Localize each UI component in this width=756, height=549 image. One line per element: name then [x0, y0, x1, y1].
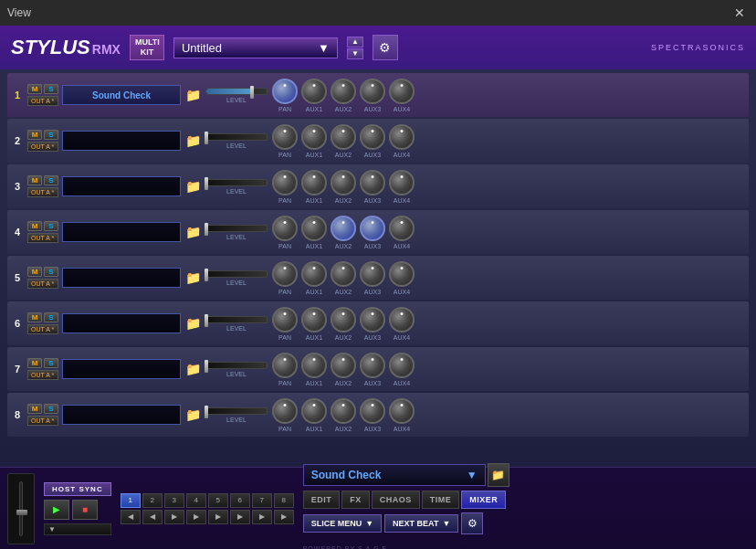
solo-button-8[interactable]: S: [44, 404, 58, 414]
level-slider-7[interactable]: [205, 362, 268, 369]
track-name-6[interactable]: [62, 313, 181, 333]
solo-button-4[interactable]: S: [44, 221, 58, 231]
level-slider-3[interactable]: [205, 179, 268, 186]
solo-button-5[interactable]: S: [44, 267, 58, 277]
master-fader[interactable]: [7, 473, 35, 544]
aux3-knob-2[interactable]: [360, 124, 385, 150]
solo-button-7[interactable]: S: [44, 358, 58, 368]
aux4-knob-3[interactable]: [389, 170, 415, 195]
level-slider-4[interactable]: [205, 225, 268, 232]
level-slider-2[interactable]: [205, 133, 268, 141]
track-name-7[interactable]: [62, 359, 181, 379]
bottom-gear-button[interactable]: ⚙: [461, 512, 483, 534]
mute-button-3[interactable]: M: [27, 175, 42, 185]
level-slider-1[interactable]: [205, 88, 268, 95]
output-label-1[interactable]: OUT A *: [27, 96, 58, 106]
seq-arrow-3[interactable]: ▶: [186, 510, 206, 524]
solo-button-2[interactable]: S: [44, 130, 58, 140]
folder-button-2[interactable]: 📁: [184, 133, 201, 148]
solo-button-6[interactable]: S: [44, 312, 58, 322]
mute-button-8[interactable]: M: [27, 404, 42, 414]
pan-knob-2[interactable]: [272, 124, 298, 150]
aux1-knob-3[interactable]: [301, 170, 327, 195]
seq-arrow-6[interactable]: ▶: [252, 510, 272, 524]
track-name-5[interactable]: [62, 268, 181, 288]
aux2-knob-7[interactable]: [331, 353, 356, 378]
track-name-3[interactable]: [62, 176, 181, 196]
folder-button-7[interactable]: 📁: [184, 362, 201, 376]
seq-arrow-7[interactable]: ▶: [274, 510, 294, 524]
aux4-knob-1[interactable]: [389, 79, 415, 104]
seq-arrow-2[interactable]: ▶: [164, 510, 184, 524]
folder-button-6[interactable]: 📁: [184, 316, 201, 331]
folder-button-1[interactable]: 📁: [184, 88, 201, 102]
level-slider-8[interactable]: [205, 407, 268, 415]
bottom-preset-dropdown[interactable]: Sound Check ▼: [303, 464, 486, 486]
next-beat-button[interactable]: NEXT BEAT ▼: [384, 514, 458, 533]
aux2-knob-1[interactable]: [331, 79, 356, 104]
tab-edit[interactable]: EDIT: [303, 491, 341, 509]
aux3-knob-3[interactable]: [360, 170, 385, 195]
track-name-8[interactable]: [62, 405, 181, 425]
aux4-knob-2[interactable]: [389, 124, 415, 150]
output-label-6[interactable]: OUT A *: [27, 324, 58, 334]
output-label-2[interactable]: OUT A *: [27, 142, 58, 152]
seq-button-1[interactable]: 1: [121, 493, 141, 508]
output-label-4[interactable]: OUT A *: [27, 233, 58, 243]
preset-dropdown[interactable]: Untitled ▼: [173, 37, 338, 58]
aux2-knob-8[interactable]: [331, 398, 356, 424]
close-button[interactable]: ✕: [730, 5, 749, 20]
seq-button-2[interactable]: 2: [142, 493, 163, 508]
tab-time[interactable]: TIME: [422, 491, 460, 509]
aux3-knob-4[interactable]: [360, 216, 385, 241]
pan-knob-8[interactable]: [272, 398, 298, 424]
pan-knob-5[interactable]: [272, 261, 298, 287]
track-name-2[interactable]: [62, 131, 181, 151]
aux4-knob-6[interactable]: [389, 307, 415, 333]
track-name-1[interactable]: Sound Check: [62, 85, 181, 105]
seq-arrow-4[interactable]: ▶: [208, 510, 228, 524]
output-label-7[interactable]: OUT A *: [27, 370, 58, 380]
settings-button[interactable]: ⚙: [373, 35, 398, 60]
folder-button-3[interactable]: 📁: [184, 179, 201, 194]
seq-button-3[interactable]: 3: [164, 493, 184, 508]
aux2-knob-6[interactable]: [331, 307, 356, 333]
tab-mixer[interactable]: MIXER: [461, 491, 506, 509]
aux1-knob-1[interactable]: [301, 79, 327, 104]
aux3-knob-5[interactable]: [360, 261, 385, 287]
mute-button-4[interactable]: M: [27, 221, 42, 231]
pan-knob-1[interactable]: [272, 79, 298, 104]
seq-button-5[interactable]: 5: [208, 493, 228, 508]
aux4-knob-8[interactable]: [389, 398, 415, 424]
folder-button-5[interactable]: 📁: [184, 270, 201, 285]
track-name-4[interactable]: [62, 222, 181, 242]
output-label-5[interactable]: OUT A *: [27, 279, 58, 289]
aux3-knob-1[interactable]: [360, 79, 385, 104]
slice-menu-button[interactable]: SLICE MENU ▼: [303, 514, 382, 533]
solo-button-1[interactable]: S: [44, 84, 58, 94]
aux4-knob-7[interactable]: [389, 353, 415, 378]
stop-button[interactable]: ■: [72, 500, 98, 520]
seq-arrow-0[interactable]: ◀: [121, 510, 141, 524]
aux1-knob-6[interactable]: [301, 307, 327, 333]
tab-chaos[interactable]: CHAOS: [372, 491, 420, 509]
preset-up-button[interactable]: ▲: [347, 37, 363, 48]
aux3-knob-8[interactable]: [360, 398, 385, 424]
mute-button-2[interactable]: M: [27, 130, 42, 140]
aux1-knob-7[interactable]: [301, 353, 327, 378]
mute-button-5[interactable]: M: [27, 267, 42, 277]
seq-button-4[interactable]: 4: [186, 493, 206, 508]
aux2-knob-3[interactable]: [331, 170, 356, 195]
aux1-knob-4[interactable]: [301, 216, 327, 241]
seq-button-8[interactable]: 8: [274, 493, 294, 508]
pan-knob-3[interactable]: [272, 170, 298, 195]
solo-button-3[interactable]: S: [44, 175, 58, 185]
aux2-knob-5[interactable]: [331, 261, 356, 287]
pan-knob-6[interactable]: [272, 307, 298, 333]
level-slider-5[interactable]: [205, 270, 268, 278]
aux2-knob-4[interactable]: [331, 216, 356, 241]
seq-arrow-1[interactable]: ◀: [142, 510, 163, 524]
preset-down-button[interactable]: ▼: [347, 48, 363, 59]
aux4-knob-4[interactable]: [389, 216, 415, 241]
mute-button-6[interactable]: M: [27, 312, 42, 322]
